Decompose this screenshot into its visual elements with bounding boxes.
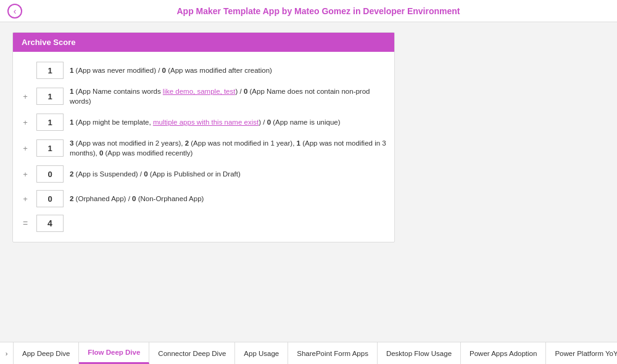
score-value-5: 0 — [36, 165, 64, 183]
tab-flow-deep-dive[interactable]: Flow Deep Dive — [79, 342, 149, 364]
header: ‹ App Maker Template App by Mateo Gomez … — [0, 0, 617, 22]
score-row-3: + 1 1 (App might be template, multiple a… — [13, 110, 394, 134]
total-value: 4 — [36, 215, 64, 232]
page-title: App Maker Template App by Mateo Gomez in… — [27, 6, 610, 16]
score-desc-2: 1 (App Name contains words like demo, sa… — [70, 86, 387, 106]
tab-connector-deep-dive[interactable]: Connector Deep Dive — [149, 342, 235, 364]
tab-power-platform-yoy[interactable]: Power Platform YoY Ac — [546, 342, 617, 364]
score-row-1: 1 1 (App was never modified) / 0 (App wa… — [13, 58, 394, 83]
score-value-2: 1 — [36, 88, 64, 105]
tab-desktop-flow-usage[interactable]: Desktop Flow Usage — [378, 342, 461, 364]
score-value-3: 1 — [36, 114, 64, 131]
score-desc-3: 1 (App might be template, multiple apps … — [70, 117, 341, 127]
score-row-4: + 1 3 (App was not modified in 2 years),… — [13, 134, 394, 162]
score-value-6: 0 — [36, 190, 64, 207]
archive-card-body: 1 1 (App was never modified) / 0 (App wa… — [13, 52, 394, 242]
tab-app-deep-dive[interactable]: App Deep Dive — [14, 342, 79, 364]
archive-card-header: Archive Score — [13, 33, 394, 52]
score-desc-6: 2 (Orphaned App) / 0 (Non-Orphaned App) — [70, 194, 204, 204]
back-button[interactable]: ‹ — [7, 4, 22, 19]
back-icon: ‹ — [14, 6, 17, 16]
tab-scroll-arrow[interactable]: › — [0, 342, 14, 364]
tab-bar: › App Deep Dive Flow Deep Dive Connector… — [0, 342, 617, 364]
score-row-2: + 1 1 (App Name contains words like demo… — [13, 83, 394, 110]
score-desc-1: 1 (App was never modified) / 0 (App was … — [70, 65, 272, 75]
operator-2: + — [20, 92, 30, 101]
main-content: Archive Score 1 1 (App was never modifie… — [0, 22, 617, 342]
tab-app-usage[interactable]: App Usage — [235, 342, 288, 364]
equal-sign: = — [20, 218, 30, 228]
operator-6: + — [20, 194, 30, 204]
operator-3: + — [20, 118, 30, 127]
score-row-5: + 0 2 (App is Suspended) / 0 (App is Pub… — [13, 162, 394, 186]
operator-5: + — [20, 170, 30, 179]
score-value-1: 1 — [36, 62, 64, 79]
score-row-6: + 0 2 (Orphaned App) / 0 (Non-Orphaned A… — [13, 186, 394, 211]
score-value-4: 1 — [36, 139, 64, 157]
score-desc-5: 2 (App is Suspended) / 0 (App is Publish… — [70, 169, 241, 179]
total-row: = 4 — [13, 211, 394, 236]
tab-sharepoint-form-apps[interactable]: SharePoint Form Apps — [288, 342, 378, 364]
score-desc-4: 3 (App was not modified in 2 years), 2 (… — [70, 138, 387, 158]
operator-4: + — [20, 144, 30, 153]
tab-power-apps-adoption[interactable]: Power Apps Adoption — [461, 342, 546, 364]
archive-score-card: Archive Score 1 1 (App was never modifie… — [12, 32, 395, 242]
